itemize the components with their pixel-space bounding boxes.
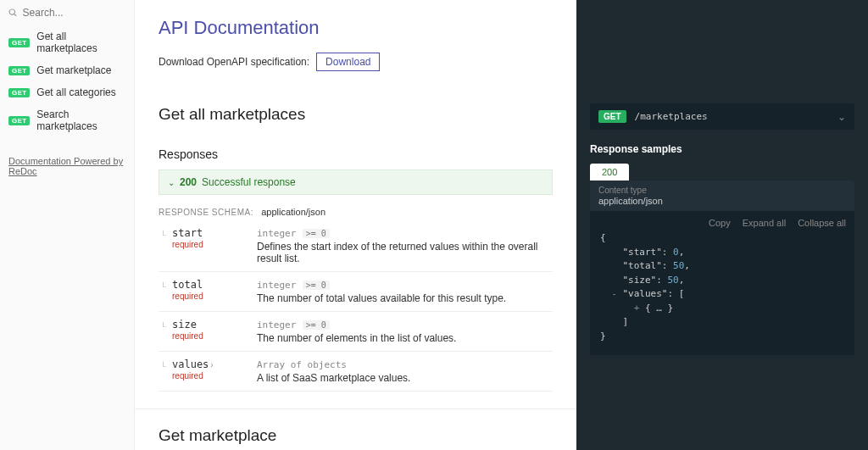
sidebar-item-get-all-marketplaces[interactable]: GET Get all marketplaces	[0, 25, 134, 59]
collapse-all-button[interactable]: Collapse all	[798, 218, 846, 228]
response-200-bar[interactable]: ⌄ 200 Successful response	[159, 169, 553, 195]
json-sample[interactable]: { "start": 0, "total": 50, "size": 50, -…	[590, 230, 854, 355]
sidebar-item-get-all-categories[interactable]: GET Get all categories	[0, 81, 134, 103]
operation-title: Get marketplace	[159, 426, 553, 445]
schema-table: └ start required integer >= 0 Defines th…	[159, 220, 553, 392]
property-description: The number of total values available for…	[257, 292, 548, 304]
responses-heading: Responses	[159, 147, 553, 161]
property-constraint: >= 0	[303, 229, 330, 238]
response-samples-title: Response samples	[590, 143, 854, 155]
schema-row-total: └ total required integer >= 0 The number…	[159, 272, 553, 312]
response-schema-label: RESPONSE SCHEMA: application/json	[159, 207, 553, 217]
tree-branch-icon: └	[160, 362, 166, 371]
schema-row-start: └ start required integer >= 0 Defines th…	[159, 220, 553, 272]
operation-title: Get all marketplaces	[159, 105, 553, 124]
spec-label: Download OpenAPI specification:	[159, 56, 309, 68]
search-icon	[8, 8, 18, 18]
method-badge: GET	[598, 110, 626, 123]
search-container[interactable]	[0, 5, 134, 25]
property-name: values	[172, 358, 209, 370]
sidebar-item-label: Get all categories	[36, 86, 115, 98]
sidebar-item-label: Get all marketplaces	[36, 31, 125, 54]
method-badge: GET	[8, 116, 30, 125]
property-name: start	[172, 227, 203, 239]
page-title: API Documentation	[159, 17, 553, 39]
sample-box: Content type application/json Copy Expan…	[590, 181, 854, 355]
sidebar-item-search-marketplaces[interactable]: GET Search marketplaces	[0, 103, 134, 137]
tree-branch-icon: └	[160, 282, 166, 292]
sidebar-item-label: Search marketplaces	[36, 108, 125, 132]
content-type-value: application/json	[598, 196, 846, 206]
endpoint-path: /marketplaces	[635, 111, 837, 122]
required-label: required	[172, 371, 247, 381]
property-constraint: >= 0	[303, 281, 330, 290]
property-description: Defines the start index of the returned …	[257, 241, 548, 264]
response-schema-mime: application/json	[261, 207, 326, 217]
property-description: A list of SaaS marketplace values.	[257, 372, 548, 384]
response-code: 200	[180, 176, 197, 188]
search-input[interactable]	[23, 7, 125, 19]
tree-branch-icon: └	[160, 231, 166, 240]
schema-row-values[interactable]: └ values› required Array of objects A li…	[159, 352, 553, 392]
endpoint-card-marketplaces[interactable]: GET /marketplaces ⌄	[590, 103, 854, 130]
property-name: total	[172, 279, 203, 291]
method-badge: GET	[8, 66, 30, 75]
required-label: required	[172, 331, 247, 341]
chevron-right-icon: ›	[210, 360, 213, 369]
property-name: size	[172, 319, 197, 331]
intro-section: API Documentation Download OpenAPI speci…	[135, 0, 576, 88]
tree-branch-icon: └	[160, 322, 166, 331]
chevron-down-icon: ⌄	[168, 178, 175, 187]
copy-button[interactable]: Copy	[709, 218, 731, 228]
main-content: API Documentation Download OpenAPI speci…	[135, 0, 576, 450]
property-type: integer	[257, 228, 296, 239]
spec-row: Download OpenAPI specification: Download	[159, 53, 553, 71]
collapse-toggle-icon[interactable]: +	[634, 303, 640, 314]
sidebar: GET Get all marketplaces GET Get marketp…	[0, 0, 135, 450]
required-label: required	[172, 292, 247, 301]
sidebar-footer-link[interactable]: Documentation Powered by ReDoc	[0, 151, 134, 181]
required-label: required	[172, 240, 247, 249]
sidebar-item-label: Get marketplace	[36, 64, 111, 76]
sample-actions: Copy Expand all Collapse all	[590, 211, 854, 230]
property-description: The number of elements in the list of va…	[257, 332, 548, 344]
property-type: integer	[257, 280, 296, 291]
response-text: Successful response	[202, 176, 296, 188]
response-tab-200[interactable]: 200	[590, 164, 629, 181]
method-badge: GET	[8, 38, 30, 47]
operation-get-marketplace: Get marketplace PATH PARAMETERS	[135, 409, 576, 450]
operation-get-all-marketplaces: Get all marketplaces Responses ⌄ 200 Suc…	[135, 88, 576, 409]
property-type: integer	[257, 319, 296, 331]
collapse-toggle-icon[interactable]: -	[611, 288, 617, 299]
property-type: Array of objects	[257, 359, 347, 370]
download-button[interactable]: Download	[316, 53, 380, 71]
expand-all-button[interactable]: Expand all	[743, 218, 786, 228]
samples-panel: GET /marketplaces ⌄ Response samples 200…	[576, 0, 868, 450]
chevron-down-icon: ⌄	[837, 111, 846, 123]
method-badge: GET	[8, 88, 30, 97]
content-type-label: Content type	[598, 186, 647, 195]
property-constraint: >= 0	[303, 320, 330, 330]
schema-row-size: └ size required integer >= 0 The number …	[159, 312, 553, 352]
sidebar-item-get-marketplace[interactable]: GET Get marketplace	[0, 59, 134, 81]
sample-content-type: Content type application/json	[590, 181, 854, 211]
